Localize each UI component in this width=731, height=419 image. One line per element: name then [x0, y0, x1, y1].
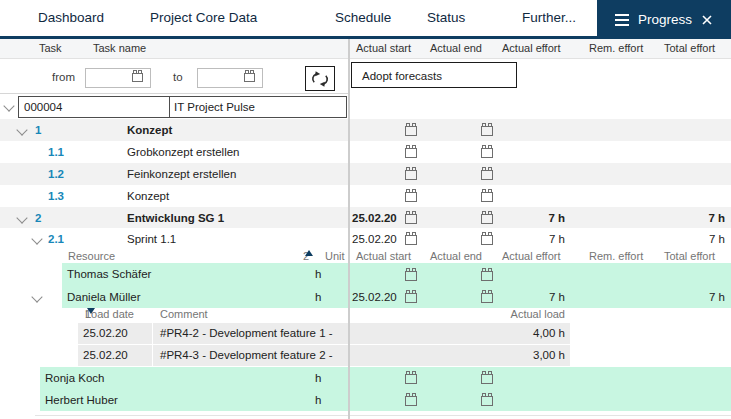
tab-further[interactable]: Further...	[522, 0, 576, 36]
col-total-effort[interactable]: Total effort	[664, 39, 715, 58]
tab-schedule[interactable]: Schedule	[335, 0, 391, 36]
load-row[interactable]: 25.02.20 #PR4-2 - Development feature 1 …	[0, 323, 731, 344]
task-row[interactable]: 2.1 Sprint 1.1 25.02.20 7 h 7 h	[0, 228, 731, 250]
col-total-effort[interactable]: Total effort	[664, 250, 715, 262]
resource-row[interactable]: Ronja Koch h	[0, 367, 731, 389]
task-row[interactable]: 2 Entwicklung SG 1 25.02.20 7 h 7 h	[0, 207, 731, 228]
task-row[interactable]: 1.3 Konzept	[0, 185, 731, 207]
calendar-icon[interactable]	[405, 148, 417, 158]
task-name[interactable]: Grobkonzept erstellen	[127, 141, 240, 163]
calendar-icon[interactable]	[405, 192, 417, 202]
calendar-icon[interactable]	[405, 126, 417, 136]
resource-name[interactable]: Thomas Schäfer	[67, 263, 151, 285]
divider	[35, 415, 731, 416]
from-date-input[interactable]	[85, 68, 151, 88]
col-comment[interactable]: Comment	[160, 308, 208, 320]
total-effort-value: 7 h	[640, 286, 725, 308]
col-resource[interactable]: Resource	[68, 250, 115, 262]
col-rem-effort[interactable]: Rem. effort	[589, 250, 643, 262]
menu-icon[interactable]	[615, 14, 629, 26]
resource-row[interactable]: Thomas Schäfer h	[0, 263, 731, 286]
task-name[interactable]: Feinkonzept erstellen	[127, 163, 236, 185]
chevron-down-icon[interactable]	[16, 212, 27, 223]
tab-status[interactable]: Status	[427, 0, 465, 36]
calendar-icon[interactable]	[481, 170, 493, 180]
calendar-icon[interactable]	[481, 374, 493, 384]
col-actual-load[interactable]: Actual load	[460, 308, 565, 320]
refresh-button[interactable]	[305, 66, 335, 91]
project-number-field[interactable]: 000004	[24, 97, 62, 117]
col-task-name[interactable]: Task name	[93, 39, 146, 58]
calendar-icon[interactable]	[405, 235, 417, 245]
adopt-forecasts-button[interactable]: Adopt forecasts	[351, 62, 517, 88]
resource-name[interactable]: Ronja Koch	[45, 367, 104, 389]
calendar-icon[interactable]	[405, 170, 417, 180]
project-name-field[interactable]: IT Project Pulse	[174, 97, 255, 117]
tab-progress-label: Progress	[638, 12, 692, 27]
load-comment-cell: #PR4-2 - Development feature 1 - 4,00 h	[153, 323, 570, 344]
resource-name[interactable]: Daniela Müller	[67, 286, 141, 308]
task-name[interactable]: Konzept	[127, 185, 169, 207]
load-value: 4,00 h	[533, 323, 565, 344]
calendar-icon[interactable]	[481, 271, 493, 281]
divider	[169, 97, 170, 117]
task-name[interactable]: Sprint 1.1	[127, 228, 176, 250]
project-row[interactable]: 000004 IT Project Pulse	[0, 95, 731, 119]
col-actual-end[interactable]: Actual end	[430, 39, 482, 58]
tab-progress-active[interactable]: Progress	[597, 0, 731, 39]
calendar-icon[interactable]	[405, 374, 417, 384]
resource-row[interactable]: Daniela Müller h 25.02.20 7 h 7 h	[0, 286, 731, 308]
load-row[interactable]: 25.02.20 #PR4-3 - Development feature 2 …	[0, 345, 731, 366]
resource-name[interactable]: Herbert Huber	[45, 389, 118, 411]
resource-header-row: Resource 2 Unit Actual start Actual end …	[0, 250, 731, 263]
task-number[interactable]: 2	[35, 207, 41, 229]
actual-start-value: 25.02.20	[352, 207, 402, 229]
col-actual-start[interactable]: Actual start	[356, 250, 411, 262]
calendar-icon[interactable]	[132, 73, 143, 82]
col-actual-effort[interactable]: Actual effort	[502, 39, 561, 58]
row-highlight	[62, 263, 731, 286]
calendar-icon[interactable]	[481, 396, 493, 406]
chevron-down-icon[interactable]	[31, 291, 42, 302]
task-number[interactable]: 1	[35, 119, 41, 141]
col-unit[interactable]: Unit	[325, 250, 345, 262]
task-name[interactable]: Entwicklung SG 1	[127, 207, 224, 229]
tab-dashboard[interactable]: Dashboard	[38, 0, 104, 36]
col-rem-effort[interactable]: Rem. effort	[589, 39, 643, 58]
task-row[interactable]: 1 Konzept	[0, 119, 731, 141]
load-date-cell: 25.02.20	[78, 323, 152, 344]
calendar-icon[interactable]	[405, 396, 417, 406]
task-number[interactable]: 2.1	[48, 228, 64, 250]
resource-row[interactable]: Herbert Huber h	[0, 389, 731, 411]
tab-project-core-data[interactable]: Project Core Data	[150, 0, 257, 36]
project-edit-box[interactable]: 000004 IT Project Pulse	[18, 96, 347, 118]
load-date: 25.02.20	[83, 323, 128, 344]
col-task[interactable]: Task	[39, 39, 62, 58]
pane-splitter[interactable]	[348, 39, 350, 419]
calendar-icon[interactable]	[481, 126, 493, 136]
calendar-icon[interactable]	[405, 214, 417, 224]
task-number[interactable]: 1.3	[48, 185, 64, 207]
calendar-icon[interactable]	[405, 293, 417, 303]
calendar-icon[interactable]	[405, 271, 417, 281]
task-row[interactable]: 1.2 Feinkonzept erstellen	[0, 163, 731, 185]
chevron-down-icon[interactable]	[3, 100, 14, 111]
divider	[0, 93, 348, 94]
task-number[interactable]: 1.1	[48, 141, 64, 163]
chevron-down-icon[interactable]	[16, 124, 27, 135]
task-number[interactable]: 1.2	[48, 163, 64, 185]
progress-window: Dashboard Project Core Data Schedule Sta…	[0, 0, 731, 419]
calendar-icon[interactable]	[244, 73, 255, 82]
total-effort-value: 7 h	[640, 228, 725, 250]
chevron-down-icon[interactable]	[31, 233, 42, 244]
calendar-icon[interactable]	[481, 148, 493, 158]
to-date-input[interactable]	[197, 68, 263, 88]
task-name[interactable]: Konzept	[127, 119, 172, 141]
col-actual-end[interactable]: Actual end	[430, 250, 482, 262]
task-row[interactable]: 1.1 Grobkonzept erstellen	[0, 141, 731, 163]
col-actual-start[interactable]: Actual start	[356, 39, 411, 58]
load-comment: #PR4-2 - Development feature 1 -	[160, 323, 333, 344]
calendar-icon[interactable]	[481, 192, 493, 202]
col-actual-effort[interactable]: Actual effort	[502, 250, 561, 262]
close-icon[interactable]	[701, 14, 713, 26]
